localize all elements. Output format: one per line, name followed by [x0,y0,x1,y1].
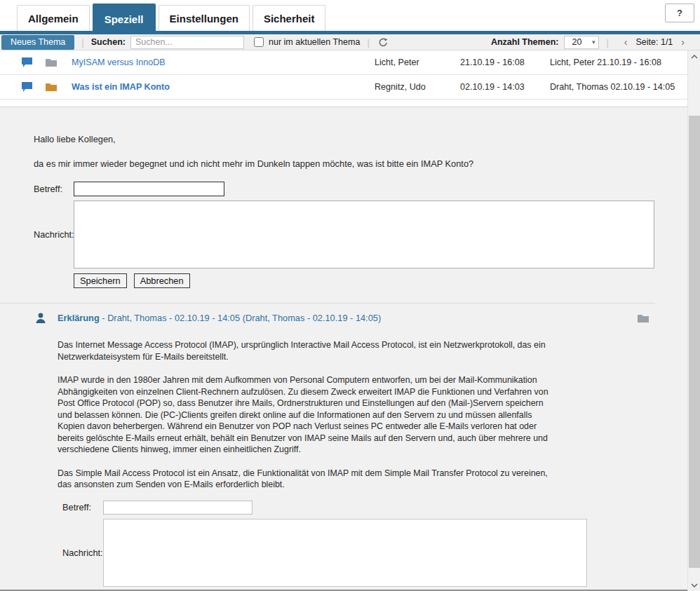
subject-field[interactable] [74,182,224,196]
tab-speziell[interactable]: Speziell [93,4,156,34]
topic-count-value: 20 [572,37,581,47]
thread-question: da es mir immer wieder begegnet und ich … [34,158,687,169]
toolbar: Neues Thema | Suchen: nur im aktuellen T… [0,34,700,50]
folder-icon[interactable] [637,313,649,323]
reply-paragraph: Das Internet Message Access Protocol (IM… [58,339,550,362]
subject-label: Betreff: [34,184,74,194]
reply-meta: - Draht, Thomas - 02.10.19 - 14:05 (Drah… [100,313,381,323]
scroll-up-button[interactable] [688,50,700,62]
help-button[interactable]: ? [665,4,694,22]
next-page-button[interactable]: › [681,36,685,48]
speech-bubble-icon [21,57,35,68]
topic-last-post: Licht, Peter 21.10.19 - 16:08 [550,57,687,67]
message-field[interactable] [103,519,587,587]
subject-field[interactable] [103,501,253,515]
thread-panel: Hallo liebe Kollegen, da es mir immer wi… [0,107,687,591]
save-button[interactable]: Speichern [74,273,127,288]
new-topic-button[interactable]: Neues Thema [1,35,74,50]
topic-date: 21.10.19 - 16:08 [460,57,550,67]
toolbar-separator: | [81,37,83,48]
table-row[interactable]: Was ist ein IMAP Konto Regnitz, Udo 02.1… [0,75,687,100]
reply-form: Betreff: Nachricht: Speichern Abbrechen [62,501,655,591]
refresh-icon[interactable] [378,37,389,48]
message-label: Nachricht: [62,548,103,558]
current-topic-only-label: nur im aktuellen Thema [269,37,360,47]
tab-sicherheit[interactable]: Sicherheit [253,5,326,31]
current-topic-only-checkbox[interactable] [254,37,264,47]
user-icon [34,312,47,324]
message-field[interactable] [74,201,654,269]
reply-body: Das Internet Message Access Protocol (IM… [0,339,655,491]
cancel-button[interactable]: Abbrechen [134,273,190,288]
reply-paragraph: Das Simple Mail Access Protocol ist ein … [58,468,550,491]
page-indicator: Seite: 1/1 [636,37,673,47]
vertical-scrollbar[interactable] [688,50,700,591]
toolbar-separator: | [367,37,369,48]
reply-paragraph: IMAP wurde in den 1980er Jahren mit dem … [58,374,550,456]
prev-page-button[interactable]: ‹ [624,36,628,48]
search-label: Suchen: [91,37,126,47]
new-post-form: Betreff: Nachricht: Speichern Abbrechen [34,182,687,288]
toolbar-separator: | [606,37,608,48]
tab-allgemein[interactable]: Allgemein [17,5,90,31]
tab-einstellungen[interactable]: Einstellungen [159,5,250,31]
topic-title-link[interactable]: MyISAM versus InnoDB [72,57,375,67]
topic-last-post: Draht, Thomas 02.10.19 - 14:05 [550,82,687,92]
tab-bar: Allgemein Speziell Einstellungen Sicherh… [0,0,700,31]
subject-label: Betreff: [62,502,103,512]
scrollbar-thumb[interactable] [689,116,700,568]
thread-greeting: Hallo liebe Kollegen, [34,134,687,144]
scroll-down-button[interactable] [688,579,700,591]
message-label: Nachricht: [34,229,74,240]
reply-title-link[interactable]: Erklärung [58,313,100,323]
topic-author: Licht, Peter [375,57,460,67]
topic-date: 02.10.19 - 14:03 [460,82,550,92]
topic-count-label: Anzahl Themen: [491,37,559,47]
topic-author: Regnitz, Udo [375,82,460,92]
main-column: MyISAM versus InnoDB Licht, Peter 21.10.… [0,50,688,591]
topic-count-dropdown[interactable]: 20 ▾ [564,36,599,49]
open-folder-icon [45,82,59,92]
speech-bubble-icon [21,81,35,93]
search-input[interactable] [130,36,244,49]
folder-icon [45,57,59,67]
content-area: MyISAM versus InnoDB Licht, Peter 21.10.… [0,50,700,591]
topic-title-link[interactable]: Was ist ein IMAP Konto [72,82,375,92]
chevron-down-icon: ▾ [592,39,595,46]
table-row[interactable]: MyISAM versus InnoDB Licht, Peter 21.10.… [0,50,687,75]
reply-section: Erklärung - Draht, Thomas - 02.10.19 - 1… [0,303,655,591]
